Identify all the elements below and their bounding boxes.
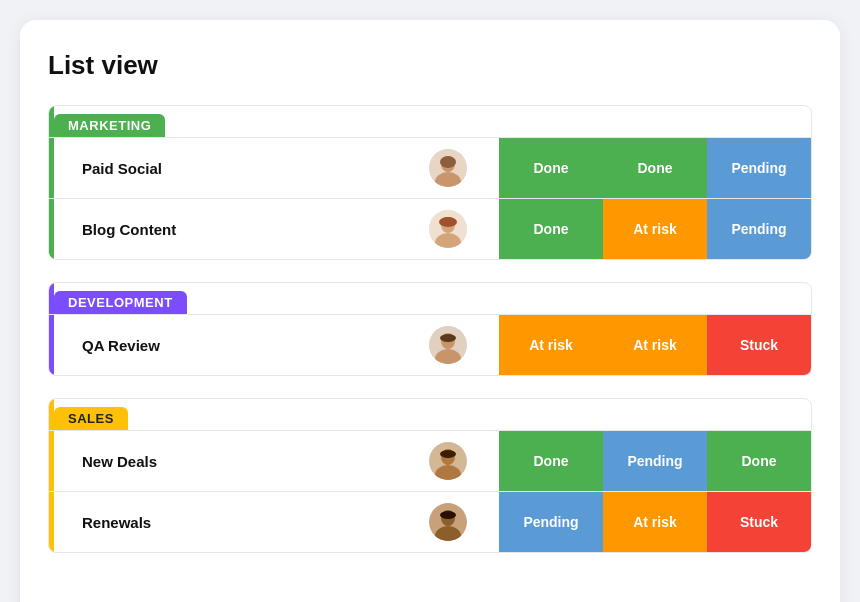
status-cells: At riskAt riskStuck [499,315,811,375]
svg-point-19 [440,511,456,519]
row-left: Renewals [54,492,499,552]
status-cells: DoneAt riskPending [499,199,811,259]
group-label-development: DEVELOPMENT [54,291,187,314]
status-badge[interactable]: Done [499,138,603,198]
status-badge[interactable]: At risk [603,492,707,552]
group-header-row-development: DEVELOPMENT [49,283,811,314]
row-left: Paid Social [54,138,499,198]
table-row: Renewals PendingAt riskStuck [49,491,811,552]
status-badge[interactable]: Pending [499,492,603,552]
group-marketing: MARKETINGPaid Social DoneDonePendingBlog… [48,105,812,260]
status-badge[interactable]: Pending [707,199,811,259]
page-title: List view [48,50,812,81]
svg-point-7 [439,217,457,227]
row-name: Renewals [70,514,429,531]
group-header-row-sales: SALES [49,399,811,430]
row-left: Blog Content [54,199,499,259]
status-badge[interactable]: At risk [603,199,707,259]
group-header-row-marketing: MARKETING [49,106,811,137]
status-badge[interactable]: At risk [603,315,707,375]
avatar [429,503,467,541]
avatar [429,210,467,248]
group-development: DEVELOPMENTQA Review At riskAt riskStuck [48,282,812,376]
row-name: New Deals [70,453,429,470]
table-row: New Deals DonePendingDone [49,430,811,491]
status-badge[interactable]: Done [707,431,811,491]
group-label-sales: SALES [54,407,128,430]
status-badge[interactable]: Done [499,199,603,259]
group-label-marketing: MARKETING [54,114,165,137]
row-name: Paid Social [70,160,429,177]
row-name: Blog Content [70,221,429,238]
status-badge[interactable]: Pending [603,431,707,491]
row-left: QA Review [54,315,499,375]
list-view-card: List view MARKETINGPaid Social DoneDoneP… [20,20,840,602]
status-badge[interactable]: Stuck [707,492,811,552]
status-badge[interactable]: Stuck [707,315,811,375]
svg-point-3 [440,156,456,168]
status-badge[interactable]: Done [603,138,707,198]
svg-point-11 [440,334,456,342]
table-row: Blog Content DoneAt riskPending [49,198,811,259]
status-cells: DoneDonePending [499,138,811,198]
status-badge[interactable]: Pending [707,138,811,198]
row-left: New Deals [54,431,499,491]
table-row: QA Review At riskAt riskStuck [49,314,811,375]
avatar [429,442,467,480]
avatar [429,149,467,187]
status-badge[interactable]: At risk [499,315,603,375]
groups-container: MARKETINGPaid Social DoneDonePendingBlog… [48,105,812,553]
status-cells: PendingAt riskStuck [499,492,811,552]
status-cells: DonePendingDone [499,431,811,491]
status-badge[interactable]: Done [499,431,603,491]
table-row: Paid Social DoneDonePending [49,137,811,198]
group-sales: SALESNew Deals DonePendingDoneRenewals P… [48,398,812,553]
svg-point-15 [440,450,456,458]
avatar [429,326,467,364]
row-name: QA Review [70,337,429,354]
